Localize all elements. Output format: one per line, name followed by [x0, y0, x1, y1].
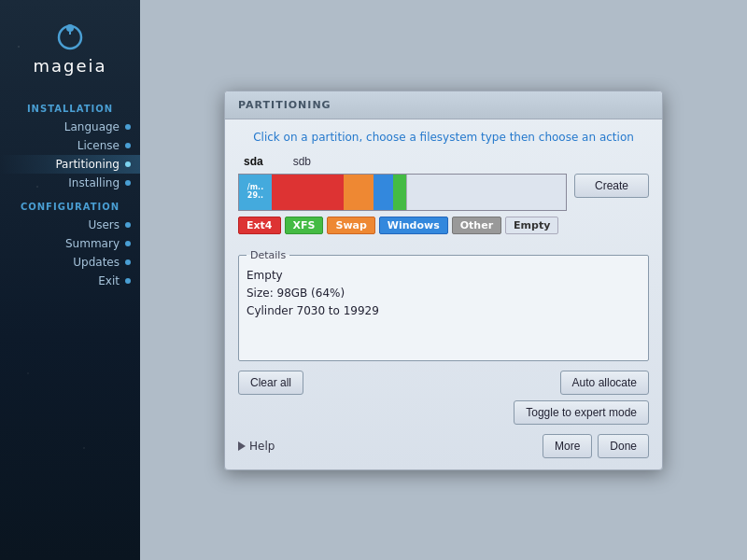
legend-ext4[interactable]: Ext4 — [238, 217, 281, 234]
disk-tabs: sda sdb — [238, 153, 649, 170]
sidebar-dot-users — [125, 222, 131, 228]
installation-section-title: INSTALLATION — [0, 104, 140, 114]
partition-label-0: /m..29.. — [247, 183, 264, 202]
more-button[interactable]: More — [543, 434, 592, 458]
partition-segment-empty[interactable] — [406, 175, 567, 210]
create-button[interactable]: Create — [574, 174, 649, 198]
details-content: Empty Size: 98GB (64%) Cylinder 7030 to … — [247, 267, 641, 321]
partition-segment-0[interactable]: /m..29.. — [239, 175, 272, 210]
help-link[interactable]: Help — [238, 440, 275, 453]
sidebar-item-updates[interactable]: Updates — [0, 253, 140, 272]
dialog-title: PARTITIONING — [225, 91, 662, 119]
dialog-body: Click on a partition, choose a filesyste… — [225, 119, 662, 469]
partition-area-wrapper: /m..29.. — [238, 174, 649, 244]
mageia-logo-icon — [53, 19, 87, 52]
clear-all-button[interactable]: Clear all — [238, 371, 303, 395]
logo-text: mageia — [33, 56, 106, 76]
partition-bar[interactable]: /m..29.. — [238, 174, 567, 211]
partition-legend: Ext4 XFS Swap Windows Other — [238, 217, 567, 234]
installation-section: INSTALLATION Language License Partitioni… — [0, 104, 140, 192]
sidebar-item-users-label: Users — [88, 218, 120, 231]
legend-empty[interactable]: Empty — [505, 217, 558, 234]
dialog-instruction: Click on a partition, choose a filesyste… — [238, 131, 649, 144]
sidebar-dot-license — [125, 143, 131, 148]
sidebar: mageia INSTALLATION Language License Par… — [0, 0, 140, 560]
disk-tab-sdb[interactable]: sdb — [288, 153, 317, 170]
partition-segment-2[interactable] — [344, 175, 374, 210]
sidebar-item-partitioning-label: Partitioning — [55, 158, 120, 171]
bottom-right-actions: More Done — [543, 434, 649, 458]
sidebar-item-language-label: Language — [64, 120, 120, 133]
details-fieldset: Details Empty Size: 98GB (64%) Cylinder … — [238, 249, 649, 361]
configuration-section: CONFIGURATION Users Summary Updates Exit — [0, 202, 140, 290]
bottom-row: Help More Done — [238, 434, 649, 458]
help-triangle-icon — [238, 441, 246, 451]
details-legend: Details — [247, 249, 289, 261]
sidebar-item-summary[interactable]: Summary — [0, 234, 140, 253]
partitioning-dialog: PARTITIONING Click on a partition, choos… — [224, 91, 663, 470]
sidebar-item-updates-label: Updates — [73, 256, 120, 269]
legend-windows[interactable]: Windows — [379, 217, 448, 234]
sidebar-dot-summary — [125, 241, 131, 246]
auto-allocate-button[interactable]: Auto allocate — [560, 371, 649, 395]
sidebar-item-partitioning[interactable]: Partitioning — [0, 155, 140, 174]
actions-row-1: Clear all Auto allocate — [238, 371, 649, 395]
sidebar-item-users[interactable]: Users — [0, 216, 140, 234]
sidebar-item-summary-label: Summary — [65, 237, 120, 250]
toggle-expert-button[interactable]: Toggle to expert mode — [514, 400, 649, 425]
legend-xfs[interactable]: XFS — [285, 217, 324, 234]
create-column: Create — [574, 174, 649, 244]
sidebar-dot-exit — [125, 278, 131, 284]
details-line-1: Size: 98GB (64%) — [247, 285, 641, 302]
partition-segment-4[interactable] — [393, 175, 406, 210]
sidebar-item-license[interactable]: License — [0, 136, 140, 155]
sidebar-item-license-label: License — [78, 139, 120, 152]
help-label: Help — [249, 440, 275, 453]
details-line-2: Cylinder 7030 to 19929 — [247, 302, 641, 320]
toggle-expert-row: Toggle to expert mode — [238, 400, 649, 425]
svg-point-1 — [66, 24, 74, 32]
configuration-section-title: CONFIGURATION — [0, 202, 140, 212]
main-content: PARTITIONING Click on a partition, choos… — [140, 0, 747, 560]
sidebar-item-exit[interactable]: Exit — [0, 272, 140, 290]
disk-tab-sda[interactable]: sda — [238, 153, 269, 170]
legend-other[interactable]: Other — [452, 217, 501, 234]
done-button[interactable]: Done — [598, 434, 649, 458]
sidebar-dot-updates — [125, 259, 131, 265]
details-line-0: Empty — [247, 267, 641, 285]
sidebar-dot-installing — [125, 180, 131, 186]
sidebar-item-exit-label: Exit — [98, 274, 120, 287]
sidebar-dot-partitioning — [125, 161, 131, 167]
partition-bar-and-legend: /m..29.. — [238, 174, 567, 244]
sidebar-dot-language — [125, 124, 131, 130]
sidebar-item-installing-label: Installing — [68, 176, 120, 189]
logo-area: mageia — [33, 19, 106, 76]
sidebar-item-language[interactable]: Language — [0, 118, 140, 136]
legend-swap[interactable]: Swap — [327, 217, 374, 234]
partition-segment-1[interactable] — [272, 175, 344, 210]
partition-segment-3[interactable] — [374, 175, 393, 210]
sidebar-item-installing[interactable]: Installing — [0, 174, 140, 192]
